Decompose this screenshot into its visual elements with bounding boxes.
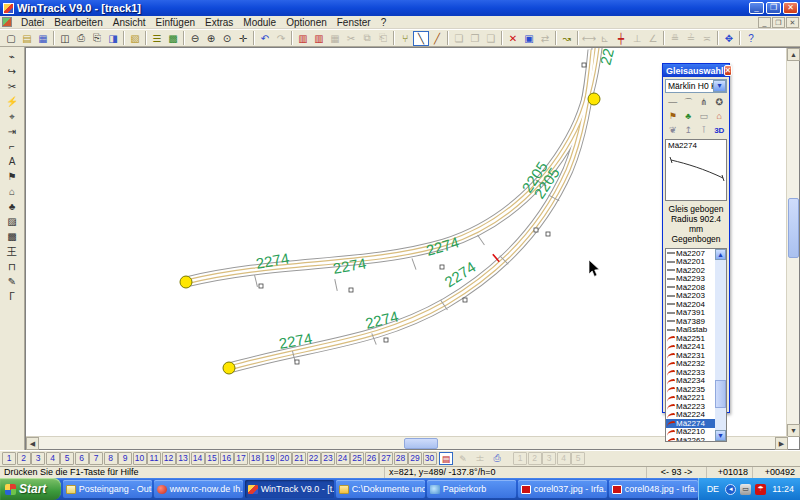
redo-button[interactable]: ↷ — [273, 31, 289, 46]
track-list-item[interactable]: Mä2224 — [666, 411, 715, 420]
page-button-9[interactable]: 9 — [118, 452, 132, 465]
price-list-button[interactable]: ▥ — [311, 31, 327, 46]
track-list-item[interactable]: Mä7391 — [666, 309, 715, 318]
height-mark-1-button[interactable]: ≞ — [667, 31, 683, 46]
menu-?[interactable]: ? — [376, 16, 392, 29]
menu-bearbeiten[interactable]: Bearbeiten — [49, 16, 107, 29]
export-button[interactable]: ▧ — [127, 31, 143, 46]
page-button-6[interactable]: 6 — [75, 452, 89, 465]
mdi-restore-button[interactable]: ❐ — [772, 17, 785, 28]
tree-tool-button[interactable]: ♣ — [4, 199, 20, 214]
page-button-24[interactable]: 24 — [336, 452, 350, 465]
track-list-scroll-thumb[interactable] — [715, 380, 726, 408]
layer-colors-button[interactable]: ▤ — [439, 452, 453, 465]
scroll-right-icon[interactable]: ▶ — [775, 437, 788, 450]
palette-tool-trees[interactable]: ♣ — [681, 109, 697, 123]
print-selection-button[interactable]: ⎙ — [490, 452, 504, 465]
scroll-down-icon[interactable]: ▼ — [715, 430, 726, 441]
tunnel-tool-button[interactable]: ⊓ — [4, 259, 20, 274]
angle-tool-button[interactable]: ⌐ — [4, 139, 20, 154]
image-tool-button[interactable]: ▩ — [4, 229, 20, 244]
page-button-8[interactable]: 8 — [104, 452, 118, 465]
page-button-12[interactable]: 12 — [162, 452, 176, 465]
page-button-3[interactable]: 3 — [31, 452, 45, 465]
restore-button[interactable]: ❐ — [766, 2, 781, 14]
print-button[interactable]: ⎙ — [73, 31, 89, 46]
menu-module[interactable]: Module — [238, 16, 281, 29]
insert-box-button[interactable]: ▣ — [521, 31, 537, 46]
track-list-item[interactable]: Mä2223 — [666, 402, 715, 411]
window-cascade-button[interactable]: ❐ — [467, 31, 483, 46]
table-button[interactable]: ▦ — [327, 31, 343, 46]
menu-ansicht[interactable]: Ansicht — [108, 16, 151, 29]
vertical-scroll-thumb[interactable] — [788, 198, 799, 258]
taskbar-task[interactable]: WinTrack V9.0 - [t... — [245, 480, 334, 498]
window-new-button[interactable]: ❏ — [451, 31, 467, 46]
background-image-button[interactable]: ▩ — [165, 31, 181, 46]
track-list-item[interactable]: Mä2231 — [666, 351, 715, 360]
page-button-17[interactable]: 17 — [234, 452, 248, 465]
crossing-button[interactable]: ┿ — [613, 31, 629, 46]
height-mark-2-button[interactable]: ≟ — [683, 31, 699, 46]
palette-close-icon[interactable]: ✕ — [724, 65, 733, 76]
collapse-tray-icon[interactable]: ◂ — [725, 484, 736, 495]
display-settings-icon[interactable]: ▭ — [740, 484, 751, 495]
taskbar-task[interactable]: Papierkorb — [427, 480, 516, 498]
track-list-item[interactable]: Mä2233 — [666, 368, 715, 377]
track-list-item[interactable]: Maßstab — [666, 326, 715, 335]
page-button-19[interactable]: 19 — [263, 452, 277, 465]
page-button-25[interactable]: 25 — [350, 452, 364, 465]
page-button-11[interactable]: 11 — [147, 452, 161, 465]
paste-button[interactable]: ⎗ — [375, 31, 391, 46]
page-button-2[interactable]: 2 — [17, 452, 31, 465]
taskbar-task[interactable]: www.rc-now.de Ih... — [154, 480, 243, 498]
settings-button[interactable]: ☰ — [149, 31, 165, 46]
flex-tool-button[interactable]: ⌁ — [4, 49, 20, 64]
track-list-item[interactable]: Mä2251 — [666, 334, 715, 343]
palette-header[interactable]: Gleisauswahl ✕ — [663, 64, 729, 77]
height-mark-3-button[interactable]: ≍ — [699, 31, 715, 46]
page-button-14[interactable]: 14 — [191, 452, 205, 465]
save-button[interactable]: ▦ — [35, 31, 51, 46]
menu-extras[interactable]: Extras — [200, 16, 238, 29]
page-preview-button[interactable]: ◫ — [57, 31, 73, 46]
house-tool-button[interactable]: ⌂ — [4, 184, 20, 199]
taskbar-task[interactable]: corel048.jpg - Irfa... — [609, 480, 698, 498]
flex-track-button[interactable]: ↝ — [559, 31, 575, 46]
start-button[interactable]: Start — [0, 478, 61, 500]
track-list-item[interactable]: Mä2207 — [666, 249, 715, 258]
horizontal-scroll-thumb[interactable] — [404, 438, 438, 449]
language-indicator[interactable]: DE — [707, 484, 720, 494]
palette-tool-forest[interactable]: ❦ — [665, 123, 681, 137]
page-button-15[interactable]: 15 — [205, 452, 219, 465]
track-list-item[interactable]: Mä2234 — [666, 377, 715, 386]
palette-tool-switch-track[interactable]: ⋔ — [696, 95, 712, 109]
taskbar-task[interactable]: C:\Dokumente und... — [336, 480, 425, 498]
palette-tool-platform[interactable]: ▭ — [696, 109, 712, 123]
depth-button[interactable]: ᆂ — [473, 452, 487, 465]
track-list-item[interactable]: Mä2204 — [666, 300, 715, 309]
print-pages-button[interactable]: ⎘ — [89, 31, 105, 46]
page-button-30[interactable]: 30 — [423, 452, 437, 465]
draw-slope-button[interactable]: ╱ — [429, 31, 445, 46]
electric-button[interactable]: ⚡ — [4, 94, 20, 109]
track-list-item[interactable]: Mä2262 — [666, 436, 715, 442]
height-button[interactable]: ⊥ — [629, 31, 645, 46]
center-tool-button[interactable]: ⌖ — [4, 109, 20, 124]
new-button[interactable]: ▢ — [3, 31, 19, 46]
close-button[interactable]: ✕ — [783, 2, 798, 14]
open-button[interactable]: ▤ — [19, 31, 35, 46]
context-help-button[interactable]: ? — [743, 31, 759, 46]
select-track-button[interactable]: ⑂ — [397, 31, 413, 46]
palette-tool-curved-track[interactable]: ⌒ — [681, 95, 697, 109]
vertical-scrollbar[interactable]: ▲ ▼ — [786, 48, 799, 437]
undo-button[interactable]: ↶ — [257, 31, 273, 46]
track-list[interactable]: Mä2207Mä2201Mä2202Mä2293Mä2208Mä2203Mä22… — [665, 248, 727, 442]
track-list-item[interactable]: Mä2274 — [666, 419, 715, 428]
page-button-10[interactable]: 10 — [133, 452, 147, 465]
window-tile-button[interactable]: ❑ — [483, 31, 499, 46]
red-marker-button[interactable]: ✎ — [456, 452, 470, 465]
track-list-item[interactable]: Mä2210 — [666, 428, 715, 437]
track-list-item[interactable]: Mä2235 — [666, 385, 715, 394]
antivirus-icon[interactable]: ☂ — [755, 484, 766, 495]
